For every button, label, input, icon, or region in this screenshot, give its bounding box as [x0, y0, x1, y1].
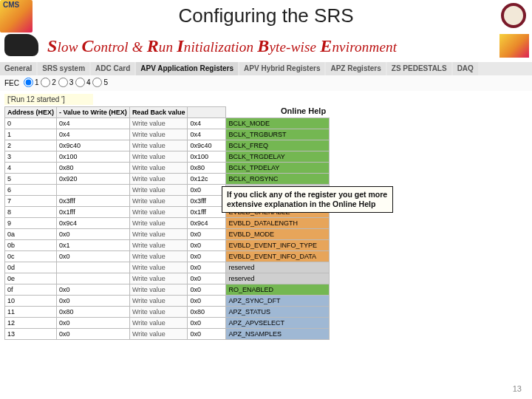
cell-hex-value[interactable]	[57, 185, 130, 196]
tab-apz-registers[interactable]: APZ Registers	[326, 62, 385, 75]
fec-radio-3[interactable]	[58, 78, 68, 87]
write-value-button[interactable]: Write value	[129, 129, 188, 140]
fec-radio-1[interactable]	[24, 78, 33, 87]
fec-radio-5[interactable]	[92, 78, 102, 87]
write-value-button[interactable]: Write value	[129, 185, 188, 196]
cell-readback: 0x1fff	[188, 207, 226, 218]
tab-apv-application-registers[interactable]: APV Application Registers	[136, 62, 238, 75]
cms-logo-small-icon	[499, 34, 529, 58]
cell-hex-value[interactable]: 0x9c40	[57, 140, 130, 151]
fec-selector-row: FEC 1 2 3 4 5	[0, 75, 532, 91]
cell-readback: 0x0	[188, 185, 226, 196]
fec-radio-2[interactable]	[41, 78, 50, 87]
cell-readback: 0x4	[188, 129, 226, 140]
table-row: 50x920Write value0x12cBCLK_ROSYNC	[5, 174, 330, 185]
register-name-bclk_tpdelay[interactable]: BCLK_TPDELAY	[226, 163, 330, 174]
register-name-reserved[interactable]: reserved	[226, 262, 330, 273]
cell-hex-value[interactable]	[57, 273, 130, 284]
tab-general[interactable]: General	[0, 62, 36, 75]
write-value-button[interactable]: Write value	[129, 163, 188, 174]
cell-readback: 0x3fff	[188, 196, 226, 207]
cell-address: 1	[5, 129, 57, 140]
fec-option-5[interactable]: 5	[92, 78, 108, 87]
cell-hex-value[interactable]: 0x100	[57, 151, 130, 163]
register-name-evbld_mode[interactable]: EVBLD_MODE	[226, 229, 330, 240]
cell-hex-value[interactable]	[57, 262, 130, 273]
write-value-button[interactable]: Write value	[129, 318, 188, 329]
fec-radio-4[interactable]	[75, 78, 85, 87]
cell-hex-value[interactable]: 0x0	[57, 296, 130, 307]
registers-table: Address (HEX)- Value to Write (HEX)Read …	[4, 106, 330, 340]
fec-option-1[interactable]: 1	[24, 78, 39, 87]
register-name-bclk_rosync[interactable]: BCLK_ROSYNC	[226, 174, 330, 185]
cell-hex-value[interactable]: 0x0	[57, 251, 130, 262]
table-row: 0f0x0Write value0x0RO_ENABLED	[5, 284, 330, 296]
fec-option-4[interactable]: 4	[75, 78, 91, 87]
register-name-bclk_trgburst[interactable]: BCLK_TRGBURST	[226, 129, 330, 140]
fec-option-3[interactable]: 3	[58, 78, 74, 87]
cell-hex-value[interactable]: 0x0	[57, 329, 130, 340]
cell-address: 0d	[5, 262, 57, 273]
table-row: 0c0x0Write value0x0EVBLD_EVENT_INFO_DATA	[5, 251, 330, 262]
cell-hex-value[interactable]: 0x80	[57, 163, 130, 174]
write-value-button[interactable]: Write value	[129, 296, 188, 307]
tab-adc-card[interactable]: ADC Card	[91, 62, 134, 75]
tab-daq[interactable]: DAQ	[453, 62, 478, 75]
write-value-button[interactable]: Write value	[129, 207, 188, 218]
write-value-button[interactable]: Write value	[129, 218, 188, 229]
register-name-apz_sync_dft[interactable]: APZ_SYNC_DFT	[226, 296, 330, 307]
cell-address: 0b	[5, 240, 57, 251]
register-name-evbld_datalength[interactable]: EVBLD_DATALENGTH	[226, 218, 330, 229]
write-value-button[interactable]: Write value	[129, 229, 188, 240]
cell-hex-value[interactable]: 0x4	[57, 118, 130, 129]
tab-srs-system[interactable]: SRS system	[38, 62, 89, 75]
cell-hex-value[interactable]: 0x0	[57, 318, 130, 329]
cell-hex-value[interactable]: 0x3fff	[57, 196, 130, 207]
tab-zs-pedestals[interactable]: ZS PEDESTALS	[387, 62, 451, 75]
register-name-bclk_freq[interactable]: BCLK_FREQ	[226, 140, 330, 151]
cell-hex-value[interactable]: 0x1fff	[57, 207, 130, 218]
write-value-button[interactable]: Write value	[129, 140, 188, 151]
cell-hex-value[interactable]: 0x0	[57, 284, 130, 296]
table-row: 40x80Write value0x80BCLK_TPDELAY	[5, 163, 330, 174]
register-name-apz_status[interactable]: APZ_STATUS	[226, 307, 330, 318]
cell-hex-value[interactable]: 0x920	[57, 174, 130, 185]
register-name-apz_apvselect[interactable]: APZ_APVSELECT	[226, 318, 330, 329]
register-name-evbld_event_info_type[interactable]: EVBLD_EVENT_INFO_TYPE	[226, 240, 330, 251]
cell-readback: 0x0	[188, 273, 226, 284]
callout-tooltip: If you click any of the register you get…	[222, 186, 393, 213]
table-row: 10x4Write value0x4BCLK_TRGBURST	[5, 129, 330, 140]
write-value-button[interactable]: Write value	[129, 251, 188, 262]
write-value-button[interactable]: Write value	[129, 174, 188, 185]
tab-bar: GeneralSRS systemADC CardAPV Application…	[0, 62, 532, 75]
run-status-message: ['Run 12 started ']	[4, 94, 93, 105]
cell-hex-value[interactable]: 0x9c4	[57, 218, 130, 229]
cell-address: 4	[5, 163, 57, 174]
write-value-button[interactable]: Write value	[129, 307, 188, 318]
write-value-button[interactable]: Write value	[129, 151, 188, 163]
register-name-bclk_mode[interactable]: BCLK_MODE	[226, 118, 330, 129]
cell-address: 13	[5, 329, 57, 340]
register-name-bclk_trgdelay[interactable]: BCLK_TRGDELAY	[226, 151, 330, 163]
cell-address: 6	[5, 185, 57, 196]
tab-apv-hybrid-registers[interactable]: APV Hybrid Registers	[239, 62, 324, 75]
cell-hex-value[interactable]: 0x0	[57, 229, 130, 240]
register-name-evbld_event_info_data[interactable]: EVBLD_EVENT_INFO_DATA	[226, 251, 330, 262]
cell-hex-value[interactable]: 0x4	[57, 129, 130, 140]
register-name-apz_nsamples[interactable]: APZ_NSAMPLES	[226, 329, 330, 340]
write-value-button[interactable]: Write value	[129, 273, 188, 284]
register-name-reserved[interactable]: reserved	[226, 273, 330, 284]
table-row: 0dWrite value0x0reserved	[5, 262, 330, 273]
cell-hex-value[interactable]: 0x80	[57, 307, 130, 318]
write-value-button[interactable]: Write value	[129, 262, 188, 273]
register-name-ro_enabled[interactable]: RO_ENABLED	[226, 284, 330, 296]
write-value-button[interactable]: Write value	[129, 118, 188, 129]
write-value-button[interactable]: Write value	[129, 196, 188, 207]
table-header: - Value to Write (HEX)	[57, 107, 130, 118]
cell-hex-value[interactable]: 0x1	[57, 240, 130, 251]
write-value-button[interactable]: Write value	[129, 329, 188, 340]
write-value-button[interactable]: Write value	[129, 240, 188, 251]
fec-option-2[interactable]: 2	[41, 78, 56, 87]
cell-address: 12	[5, 318, 57, 329]
write-value-button[interactable]: Write value	[129, 284, 188, 296]
